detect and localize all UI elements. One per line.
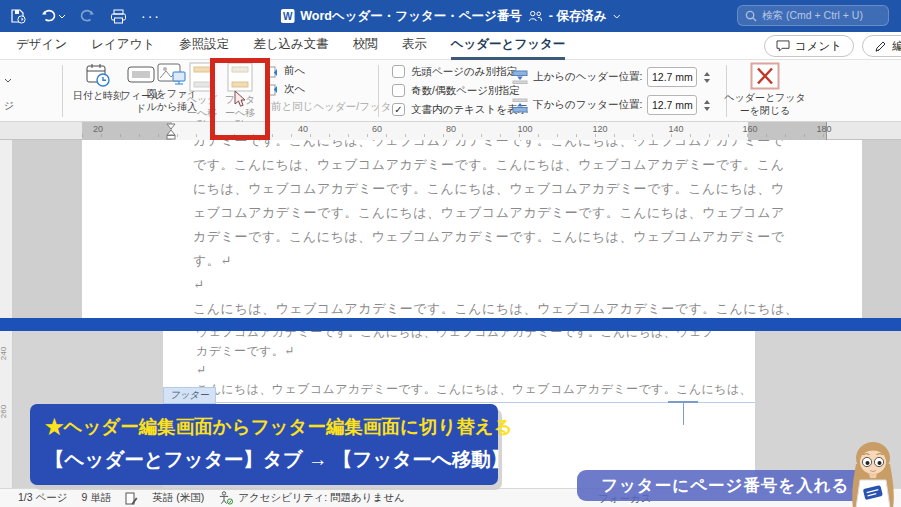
ruler-number: 80	[446, 124, 456, 134]
page-count[interactable]: 1/3 ページ	[18, 491, 68, 505]
document-text-line: カデミーです。こんにちは、ウェブコムアカデミーです。こんにちは、ウェブコムアカデ…	[193, 225, 798, 249]
ribbon-tab-row: デザイン レイアウト 参照設定 差し込み文書 校閲 表示 ヘッダーとフッター コ…	[0, 32, 901, 60]
footer-position-stepper[interactable]	[704, 100, 710, 111]
saved-status[interactable]: - 保存済み	[549, 8, 607, 25]
tutorial-line-1: ★ヘッダー編集画面からフッター編集画面に切り替える	[45, 414, 483, 439]
comment-icon	[776, 40, 790, 52]
undo-button[interactable]	[40, 9, 66, 24]
document-area-top: カデミーです。こんにちは、ウェブコムアカデミーです。こんにちは、ウェブコムアカデ…	[0, 140, 901, 318]
footer-boundary-line	[163, 402, 755, 403]
group-divider	[62, 65, 63, 117]
redo-button[interactable]	[80, 9, 96, 24]
ruler-number: 100	[517, 124, 532, 134]
chevron-down-icon	[4, 78, 12, 83]
ruler-number: 20	[93, 124, 103, 134]
document-title: Wordヘッダー・フッター・ページ番号	[300, 8, 522, 25]
header-position-field[interactable]: 上からのヘッダー位置: 12.7 mm	[512, 67, 710, 87]
document-text-line: カデミーです。↵	[196, 342, 752, 361]
ruler-number: 160	[742, 124, 757, 134]
tab-header-footer[interactable]: ヘッダーとフッター	[451, 31, 566, 60]
vertical-ruler	[0, 140, 13, 318]
close-header-footer-button[interactable]: ヘッダーとフッターを閉じる	[712, 62, 818, 117]
calendar-clock-icon	[72, 62, 124, 88]
more-button[interactable]: ···	[141, 8, 161, 24]
ribbon: ジ 日付と時刻 フィールド 図をファイルから挿入 ヘッダーへ移動 フッターへ移動	[0, 60, 901, 122]
tab-design[interactable]: デザイン	[16, 31, 67, 60]
document-text-line: ↵	[196, 361, 752, 380]
tab-mailings[interactable]: 差し込み文書	[253, 31, 329, 60]
accessibility-status[interactable]: アクセシビリティ: 問題ありません	[218, 491, 405, 505]
footer-position-icon	[512, 98, 528, 113]
date-time-button[interactable]: 日付と時刻	[72, 62, 124, 103]
page-number-button-partial[interactable]: ジ	[0, 64, 14, 113]
go-previous-button[interactable]: 前へ	[266, 62, 396, 80]
footer-tag: フッター	[163, 387, 216, 404]
search-placeholder: 検索 (Cmd + Ctrl + U)	[762, 9, 863, 23]
indent-marker-icon[interactable]	[166, 123, 176, 140]
tab-references[interactable]: 参照設定	[179, 31, 229, 60]
go-to-footer-button[interactable]: フッターへ移動	[222, 62, 258, 132]
comment-button[interactable]: コメント	[764, 35, 854, 57]
document-text-line: ウェブコムアカデミーです。こんにちは、ウェブコムアカデミーです。こんにちは、ウェ…	[196, 331, 752, 342]
vertical-ruler-number: 260	[0, 405, 8, 418]
language-status[interactable]: 英語 (米国)	[152, 491, 204, 505]
ruler-number: 40	[298, 124, 308, 134]
header-position-stepper[interactable]	[704, 72, 710, 83]
header-position-input[interactable]: 12.7 mm	[647, 67, 697, 87]
search-input[interactable]: 検索 (Cmd + Ctrl + U)	[737, 5, 889, 26]
tutorial-line-2: 【ヘッダーとフッター】タブ → 【フッターへ移動】	[45, 446, 483, 473]
document-text-line: こんにちは、ウェブコムアカデミーです。こんにちは、ウェブコムアカデミーです。こん…	[193, 297, 798, 318]
checkbox-icon	[392, 84, 405, 97]
ruler-ticks	[82, 134, 826, 137]
document-text-line: こんにちは、ウェブコムアカデミーです。こんにちは、ウェブコムアカデミーです。こん…	[196, 380, 752, 399]
print-button[interactable]	[110, 9, 127, 24]
tab-view[interactable]: 表示	[402, 31, 427, 60]
horizontal-ruler[interactable]: 20 40 60 80 100 120 140 160 180	[0, 122, 901, 140]
ruler-right-margin	[748, 122, 826, 140]
document-text-line: す。↵	[193, 249, 798, 273]
search-icon	[745, 10, 757, 22]
caption-text: フッターにページ番号を入れる	[601, 475, 849, 497]
footer-position-input[interactable]: 12.7 mm	[647, 95, 697, 115]
word-doc-icon: W	[280, 9, 294, 23]
proofing-icon[interactable]	[125, 492, 138, 505]
accessibility-icon	[218, 491, 233, 505]
same-as-previous-button[interactable]: 前と同じヘッダー/フッター	[266, 98, 396, 116]
ruler-number: 60	[372, 124, 382, 134]
document-page[interactable]: カデミーです。こんにちは、ウェブコムアカデミーです。こんにちは、ウェブコムアカデ…	[82, 140, 862, 318]
footer-text-cursor	[683, 402, 684, 425]
document-text-line: にちは、ウェブコムアカデミーです。こんにちは、ウェブコムアカデミーです。こんにち…	[193, 177, 798, 201]
ruler-number: 140	[668, 124, 683, 134]
tutorial-overlay: ★ヘッダー編集画面からフッター編集画面に切り替える 【ヘッダーとフッター】タブ …	[30, 404, 498, 485]
mouse-cursor-icon	[234, 90, 247, 109]
document-text-line: です。こんにちは、ウェブコムアカデミーです。こんにちは、ウェブコムアカデミーです…	[193, 153, 798, 177]
ruler-number: 180	[816, 124, 831, 134]
share-people-icon[interactable]	[528, 10, 543, 22]
pencil-icon	[874, 40, 887, 53]
title-bar: ··· W Wordヘッダー・フッター・ページ番号 - 保存済み 検索 (Cmd…	[0, 0, 901, 32]
tab-review[interactable]: 校閲	[353, 31, 378, 60]
checkbox-checked-icon	[392, 103, 405, 116]
document-text-line: ↵	[193, 273, 798, 297]
checkbox-icon	[392, 65, 405, 78]
svg-text:W: W	[283, 11, 293, 22]
chevron-down-icon	[58, 14, 66, 19]
edit-button[interactable]: 編集	[862, 35, 901, 57]
header-position-icon	[512, 70, 528, 85]
header-footer-nav-group: 前へ 次へ 前と同じヘッダー/フッター	[266, 62, 396, 116]
caption-bar: フッターにページ番号を入れる	[577, 470, 872, 501]
vertical-ruler: 240 260	[0, 331, 13, 488]
video-splice-bar	[0, 318, 901, 331]
presenter-avatar	[845, 436, 901, 507]
tab-layout[interactable]: レイアウト	[91, 31, 155, 60]
document-text-line: ェブコムアカデミーです。こんにちは、ウェブコムアカデミーです。こんにちは、ウェブ…	[193, 201, 798, 225]
save-icon[interactable]	[10, 8, 26, 24]
ruler-number: 120	[592, 124, 607, 134]
word-count[interactable]: 9 単語	[82, 491, 112, 505]
footer-position-field[interactable]: 下からのフッター位置: 12.7 mm	[512, 95, 710, 115]
group-divider	[378, 65, 379, 117]
chevron-down-icon	[613, 14, 621, 19]
close-header-footer-icon	[712, 62, 818, 90]
go-next-button[interactable]: 次へ	[266, 80, 396, 98]
document-text-line: カデミーです。こんにちは、ウェブコムアカデミーです。こんにちは、ウェブコムアカデ…	[193, 140, 798, 153]
